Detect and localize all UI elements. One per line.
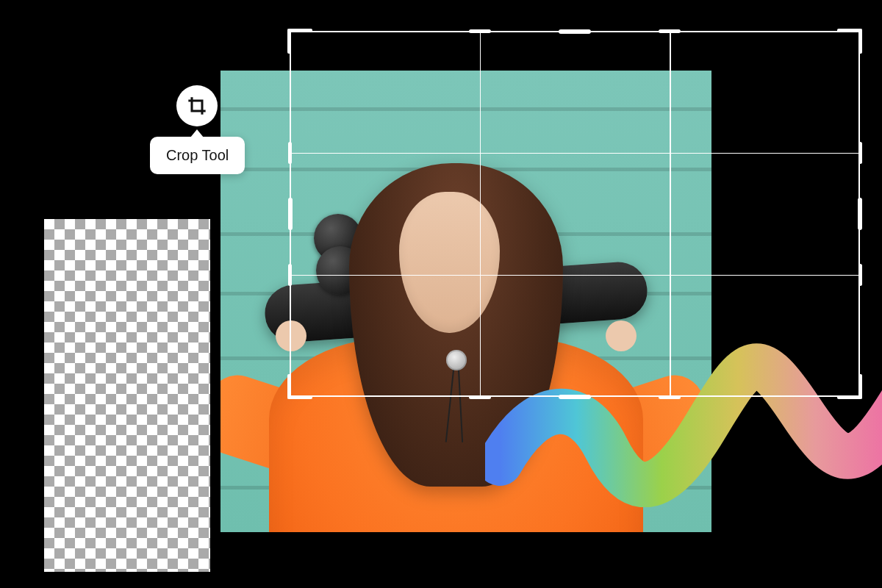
crop-grid-line <box>290 153 860 154</box>
crop-grid-line <box>290 275 860 276</box>
crop-grid-notch <box>288 142 292 164</box>
crop-icon <box>187 96 207 116</box>
crop-frame[interactable] <box>290 31 860 397</box>
crop-handle-right[interactable] <box>858 198 862 230</box>
crop-grid-notch <box>659 395 681 399</box>
crop-grid-notch <box>288 264 292 286</box>
crop-grid-line <box>480 31 481 397</box>
crop-handle-top-right[interactable] <box>837 29 862 54</box>
crop-grid-notch <box>858 264 862 286</box>
crop-handle-top[interactable] <box>559 29 591 34</box>
crop-tool-tooltip: Crop Tool <box>150 137 245 174</box>
crop-grid-notch <box>659 29 681 33</box>
crop-handle-left[interactable] <box>288 198 293 230</box>
crop-tool-button[interactable] <box>176 85 218 126</box>
crop-grid-notch <box>469 29 491 33</box>
crop-grid-notch <box>469 395 491 399</box>
crop-handle-top-left[interactable] <box>287 29 312 54</box>
crop-handle-bottom[interactable] <box>559 395 591 399</box>
crop-grid-notch <box>858 142 862 164</box>
crop-handle-bottom-left[interactable] <box>287 374 312 399</box>
transparency-background-swatch <box>44 219 210 572</box>
tooltip-label: Crop Tool <box>166 147 229 163</box>
crop-grid-line <box>670 31 671 397</box>
crop-handle-bottom-right[interactable] <box>837 374 862 399</box>
